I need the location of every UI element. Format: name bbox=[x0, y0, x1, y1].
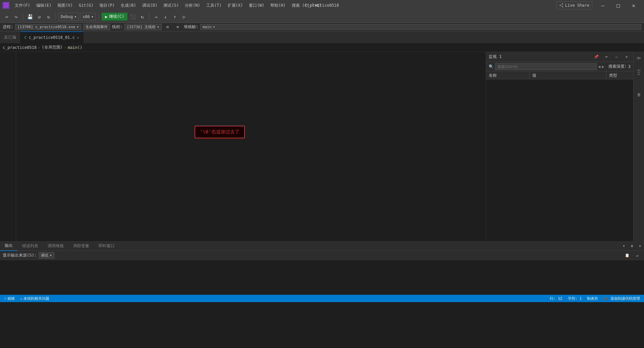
status-row[interactable]: 行: 12 bbox=[548, 296, 564, 301]
tab-disassembly[interactable]: 反汇编 bbox=[0, 31, 20, 43]
menu-build[interactable]: 生成(B) bbox=[118, 1, 139, 10]
stop-button[interactable]: ⬛ bbox=[129, 13, 137, 21]
status-spaces[interactable]: 制表符 bbox=[586, 296, 599, 301]
continue-button[interactable]: ▶ 继续(C) bbox=[102, 13, 127, 20]
output-tabs: 输出 错误列表 调用堆栈 局部变量 即时窗口 ⬇ ⚙ ✕ bbox=[0, 241, 644, 251]
status-issues[interactable]: ⚠ 未找到相关问题 bbox=[19, 296, 51, 301]
watch-close-button[interactable]: ✕ bbox=[623, 53, 631, 61]
close-button[interactable]: ✕ bbox=[626, 0, 641, 11]
filter-button[interactable]: ⊟ bbox=[164, 23, 172, 31]
tab-close-icon[interactable]: ✕ bbox=[77, 36, 79, 40]
watch-header: 名称 值 类型 bbox=[486, 71, 633, 79]
menu-extensions[interactable]: 扩展(X) bbox=[225, 1, 246, 10]
debug-config-dropdown[interactable]: Debug ▾ bbox=[58, 13, 79, 21]
run-to-cursor-button[interactable]: ▷ bbox=[180, 13, 188, 21]
continue-label: 继续(C) bbox=[109, 14, 124, 19]
menu-git[interactable]: Git(G) bbox=[76, 2, 96, 9]
menu-tools[interactable]: 工具(T) bbox=[204, 1, 224, 10]
menu-test[interactable]: 测试(S) bbox=[161, 1, 181, 10]
step-out-button[interactable]: ↑ bbox=[171, 13, 179, 21]
toolbar-sep-2 bbox=[55, 13, 56, 20]
output-settings-btn[interactable]: ⚙ bbox=[628, 242, 636, 250]
chevron-down-icon-3: ▾ bbox=[76, 25, 79, 29]
svg-line-7 bbox=[561, 4, 562, 5]
minimize-button[interactable]: — bbox=[595, 0, 610, 11]
menu-view[interactable]: 视图(V) bbox=[55, 1, 75, 10]
output-tab-callstack[interactable]: 调用堆栈 bbox=[43, 241, 68, 251]
svg-point-6 bbox=[559, 5, 561, 6]
tab-source[interactable]: C c_practice0518_01.c ✕ bbox=[20, 31, 84, 43]
tab-source-label: c_practice0518_01.c bbox=[29, 35, 75, 40]
live-share-label: Live Share bbox=[565, 3, 589, 8]
output-source-dropdown[interactable]: 调试 ▾ bbox=[39, 252, 54, 259]
svg-rect-2 bbox=[4, 6, 6, 7]
save-button[interactable]: 💾 bbox=[26, 13, 34, 21]
svg-point-5 bbox=[562, 6, 563, 7]
menu-analyze[interactable]: 分析(N) bbox=[182, 1, 203, 10]
svg-line-8 bbox=[561, 6, 562, 6]
tab-disassembly-label: 反汇编 bbox=[4, 34, 16, 40]
restart-button[interactable]: ↻ bbox=[138, 13, 146, 21]
undo-button[interactable]: ↺ bbox=[35, 13, 43, 21]
output-scroll-btn[interactable]: ⬇ bbox=[620, 242, 628, 250]
watch-toolbar: 🔍 ◀ ▶ 搜索深度: 3 bbox=[486, 62, 633, 71]
thread-value: [15736] 主线程 bbox=[127, 24, 156, 29]
chevron-down-icon-2: ▾ bbox=[91, 14, 94, 19]
watch-body[interactable] bbox=[486, 79, 633, 241]
main-layout: '\0'也追加过去了 监视 1 📌 ↔ — ✕ 🔍 ◀ ▶ 搜索深度: 3 名称… bbox=[0, 52, 644, 241]
event-dropdown[interactable]: 生命周期事件 bbox=[83, 24, 110, 30]
side-expand-icon[interactable]: ≫ bbox=[634, 53, 644, 63]
platform-dropdown[interactable]: x86 ▾ bbox=[80, 13, 96, 21]
file-icon: C bbox=[24, 36, 27, 40]
row-text: 行: 12 bbox=[550, 296, 562, 301]
menu-file[interactable]: 文件(F) bbox=[12, 1, 33, 10]
process-dropdown[interactable]: [13708] c_practice0518.exe ▾ bbox=[15, 24, 81, 30]
step-over-button[interactable]: → bbox=[152, 13, 160, 21]
menu-window[interactable]: 窗口(W) bbox=[246, 1, 267, 10]
output-copy-btn[interactable]: 📋 bbox=[623, 252, 631, 260]
side-git-icon[interactable]: Git bbox=[634, 64, 644, 81]
step-into-button[interactable]: ↓ bbox=[161, 13, 169, 21]
chevron-down-icon: ▾ bbox=[74, 14, 76, 19]
output-close-btn[interactable]: ✕ bbox=[636, 242, 644, 250]
svg-point-4 bbox=[562, 3, 563, 5]
output-wrap-btn[interactable]: ↵ bbox=[633, 252, 641, 260]
watch-move-button[interactable]: ↔ bbox=[602, 53, 610, 61]
filter2-button[interactable]: ≡ bbox=[174, 23, 182, 31]
watch-nav-fwd[interactable]: ▶ bbox=[602, 64, 604, 69]
output-tab-output[interactable]: 输出 bbox=[0, 241, 17, 251]
maximize-button[interactable]: □ bbox=[610, 0, 626, 11]
status-add-source[interactable]: ➕ 添加到源代码管理 bbox=[602, 296, 641, 301]
svg-rect-3 bbox=[6, 6, 8, 7]
redo-button[interactable]: ↻ bbox=[45, 13, 53, 21]
output-tab-locals[interactable]: 局部变量 bbox=[68, 241, 94, 251]
output-tab-errors[interactable]: 错误列表 bbox=[17, 241, 43, 251]
breadcrumb-func: main() bbox=[68, 45, 82, 50]
output-source-value: 调试 bbox=[41, 253, 48, 258]
back-button[interactable]: ↩ bbox=[3, 13, 11, 21]
spaces-text: 制表符 bbox=[587, 296, 598, 301]
status-col[interactable]: 字符: 1 bbox=[567, 296, 583, 301]
annotation-box: '\0'也追加过去了 bbox=[195, 126, 245, 138]
menu-edit[interactable]: 编辑(E) bbox=[34, 1, 54, 10]
menu-help[interactable]: 帮助(H) bbox=[268, 1, 288, 10]
side-changes-icon[interactable]: 变更 bbox=[634, 82, 644, 99]
watch-nav-back[interactable]: ◀ bbox=[598, 64, 600, 69]
breadcrumb-bar: c_practice0518 › (全局范围) › main() bbox=[0, 43, 644, 52]
thread-dropdown[interactable]: [15736] 主线程 ▾ bbox=[124, 24, 162, 30]
editor-area[interactable]: '\0'也追加过去了 bbox=[0, 52, 486, 241]
watch-minimize-button[interactable]: — bbox=[612, 53, 621, 61]
event-label: 生命周期事件 bbox=[86, 24, 108, 29]
forward-button[interactable]: ↪ bbox=[12, 13, 20, 21]
menu-project[interactable]: 项目(P) bbox=[97, 1, 117, 10]
process-value: [13708] c_practice0518.exe bbox=[17, 25, 75, 29]
watch-pin-button[interactable]: 📌 bbox=[592, 53, 600, 61]
output-tab-immediate[interactable]: 即时窗口 bbox=[94, 241, 119, 251]
live-share-button[interactable]: Live Share bbox=[556, 1, 592, 9]
menu-debug[interactable]: 调试(D) bbox=[140, 1, 160, 10]
watch-search-input[interactable] bbox=[495, 63, 597, 70]
tab-bar: 反汇编 C c_practice0518_01.c ✕ bbox=[0, 31, 644, 43]
frame-dropdown[interactable]: main ▾ bbox=[200, 24, 641, 30]
svg-rect-0 bbox=[4, 3, 6, 5]
code-content[interactable] bbox=[16, 52, 486, 241]
